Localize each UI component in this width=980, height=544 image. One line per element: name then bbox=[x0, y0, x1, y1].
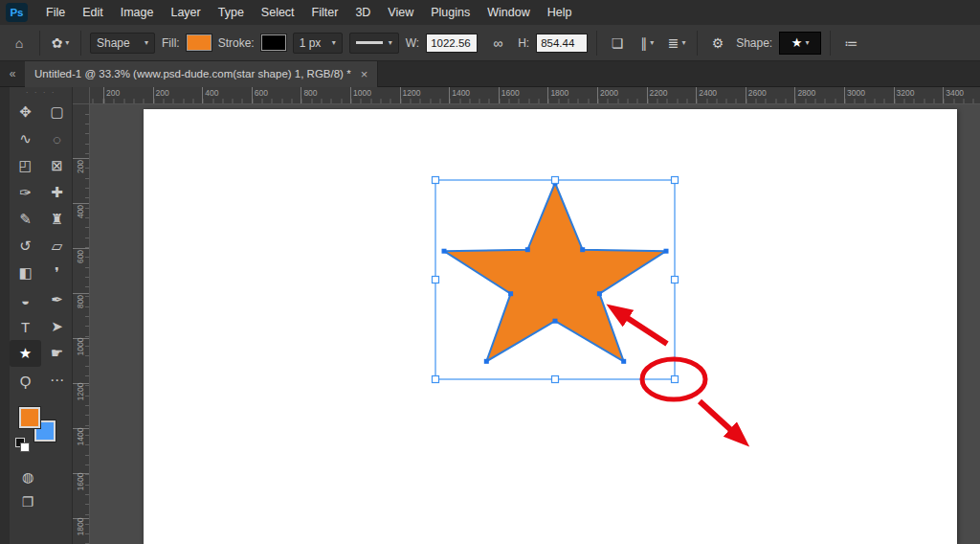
history-brush-tool[interactable]: ↺ bbox=[10, 233, 41, 260]
healing-brush-tool[interactable]: ✚ bbox=[41, 179, 73, 206]
brush-tool[interactable]: ✎ bbox=[10, 206, 41, 233]
custom-shape-tool[interactable]: ★ bbox=[10, 340, 41, 367]
menu-item-type[interactable]: Type bbox=[210, 0, 253, 25]
path-selection-tool[interactable]: ➤ bbox=[41, 313, 73, 340]
transform-handle[interactable] bbox=[433, 177, 439, 184]
path-operations-button[interactable]: ❏ bbox=[606, 31, 629, 56]
link-dimensions-icon[interactable]: ∞ bbox=[484, 31, 511, 56]
path-alignment-icon: ∥ bbox=[640, 35, 647, 51]
solid-line-icon bbox=[356, 41, 383, 44]
close-icon[interactable]: × bbox=[361, 67, 368, 81]
hand-tool[interactable]: ☛ bbox=[41, 340, 73, 367]
clone-stamp-tool[interactable]: ♜ bbox=[41, 206, 73, 233]
left-gutter bbox=[0, 87, 10, 544]
ruler-h-label: 200 bbox=[103, 87, 120, 103]
gear-icon[interactable]: ⚙ bbox=[706, 31, 729, 56]
anchor-point[interactable] bbox=[484, 359, 489, 364]
menu-item-view[interactable]: View bbox=[379, 0, 422, 25]
type-tool[interactable]: T bbox=[10, 313, 41, 340]
collapse-panels-icon[interactable]: « bbox=[0, 66, 25, 81]
dodge-tool[interactable]: ◒ bbox=[10, 286, 41, 313]
height-input[interactable] bbox=[536, 34, 588, 53]
pen-tool[interactable]: ✒ bbox=[41, 286, 73, 313]
screen-mode-button[interactable]: ❐ bbox=[13, 489, 42, 514]
anchor-point[interactable] bbox=[442, 249, 447, 254]
content-area: ∙ ∙ ∙ ∙ ✥▢∿◌◰⊠✑✚✎♜↺▱◧❜◒✒T➤★☛Ϙ⋯ ◍❐ 200200… bbox=[0, 87, 980, 544]
crop-tool[interactable]: ◰ bbox=[10, 152, 41, 179]
lasso-tool[interactable]: ∿ bbox=[10, 125, 41, 152]
path-arrangement-button[interactable]: ≣ ▾ bbox=[665, 31, 688, 56]
menu-item-image[interactable]: Image bbox=[112, 0, 163, 25]
shape-picker-button[interactable]: ★ ▾ bbox=[779, 32, 821, 55]
quick-mask-button[interactable]: ◍ bbox=[13, 465, 42, 489]
anchor-point[interactable] bbox=[553, 319, 558, 324]
annotation-arrow-down-right bbox=[700, 401, 732, 431]
current-tool-button[interactable]: ✿ ▾ bbox=[49, 31, 72, 56]
tool-mode-select[interactable]: Shape ▾ bbox=[90, 33, 155, 54]
ruler-h-label: 2000 bbox=[597, 87, 618, 103]
fill-color-swatch[interactable] bbox=[187, 34, 212, 51]
anchor-point[interactable] bbox=[597, 291, 602, 296]
eraser-tool[interactable]: ▱ bbox=[41, 233, 73, 260]
toolbar-grip[interactable]: ∙ ∙ ∙ ∙ bbox=[10, 87, 72, 99]
zoom-tool[interactable]: Ϙ bbox=[10, 367, 41, 394]
transform-handle[interactable] bbox=[433, 376, 439, 383]
transform-handle[interactable] bbox=[672, 376, 679, 383]
path-alignment-button[interactable]: ∥ ▾ bbox=[635, 31, 658, 56]
align-edges-button[interactable]: ≔ bbox=[839, 31, 862, 56]
ruler-h-label: 400 bbox=[202, 87, 218, 103]
menu-item-3d[interactable]: 3D bbox=[346, 0, 379, 25]
color-swatches bbox=[15, 407, 69, 453]
stroke-color-swatch[interactable] bbox=[261, 34, 286, 51]
pasteboard bbox=[90, 104, 980, 544]
divider bbox=[39, 31, 40, 56]
move-tool[interactable]: ✥ bbox=[10, 99, 41, 125]
menu-item-layer[interactable]: Layer bbox=[162, 0, 209, 25]
tool-mode-value: Shape bbox=[97, 36, 130, 50]
toolbar-bottom: ◍❐ bbox=[13, 465, 72, 514]
home-icon[interactable]: ⌂ bbox=[8, 31, 31, 56]
menu-item-select[interactable]: Select bbox=[253, 0, 303, 25]
anchor-point[interactable] bbox=[580, 247, 585, 252]
anchor-point[interactable] bbox=[621, 359, 626, 364]
ruler-vertical[interactable]: 20040060080010001200140016001800 bbox=[73, 104, 90, 544]
toolbar-panel: ∙ ∙ ∙ ∙ ✥▢∿◌◰⊠✑✚✎♜↺▱◧❜◒✒T➤★☛Ϙ⋯ ◍❐ bbox=[10, 87, 73, 544]
object-selection-tool[interactable]: ◌ bbox=[41, 125, 73, 152]
menu-item-edit[interactable]: Edit bbox=[74, 0, 112, 25]
path-arrangement-icon: ≣ bbox=[668, 35, 679, 51]
anchor-point[interactable] bbox=[664, 249, 669, 254]
chevron-down-icon: ▾ bbox=[682, 38, 686, 47]
ruler-horizontal[interactable]: 2002004006008001000120014001600180020002… bbox=[90, 87, 980, 104]
transform-handle[interactable] bbox=[552, 376, 559, 383]
document-tab[interactable]: Untitled-1 @ 33.3% (www.psd-dude.com(sta… bbox=[25, 61, 378, 87]
shape-label: Shape: bbox=[736, 36, 772, 50]
menu-item-file[interactable]: File bbox=[37, 0, 74, 25]
edit-toolbar-button[interactable]: ⋯ bbox=[41, 367, 73, 394]
star-shape[interactable] bbox=[444, 183, 666, 361]
menu-bar: Ps FileEditImageLayerTypeSelectFilter3DV… bbox=[0, 0, 980, 25]
menu-item-help[interactable]: Help bbox=[539, 0, 581, 25]
transform-handle[interactable] bbox=[672, 277, 679, 283]
default-colors-icon[interactable] bbox=[15, 438, 29, 450]
gradient-tool[interactable]: ◧ bbox=[10, 260, 41, 286]
anchor-point[interactable] bbox=[508, 291, 513, 296]
transform-handle[interactable] bbox=[672, 177, 679, 184]
menu-item-plugins[interactable]: Plugins bbox=[422, 0, 479, 25]
stroke-width-select[interactable]: 1 px ▾ bbox=[293, 33, 343, 54]
width-label: W: bbox=[406, 36, 419, 50]
menu-item-window[interactable]: Window bbox=[479, 0, 538, 25]
ruler-v-label: 1000 bbox=[76, 337, 85, 356]
eyedropper-tool[interactable]: ✑ bbox=[10, 179, 41, 206]
options-bar: ⌂ ✿ ▾ Shape ▾ Fill: Stroke: 1 px ▾ ▾ W: … bbox=[0, 25, 980, 61]
stroke-style-select[interactable]: ▾ bbox=[349, 33, 399, 54]
foreground-color-swatch[interactable] bbox=[19, 407, 40, 428]
transform-handle[interactable] bbox=[433, 277, 439, 283]
blur-tool[interactable]: ❜ bbox=[41, 260, 73, 286]
photoshop-logo-icon: Ps bbox=[6, 3, 28, 22]
frame-tool[interactable]: ⊠ bbox=[41, 152, 73, 179]
transform-handle[interactable] bbox=[552, 177, 559, 184]
menu-item-filter[interactable]: Filter bbox=[303, 0, 347, 25]
rectangular-marquee-tool[interactable]: ▢ bbox=[41, 99, 73, 125]
anchor-point[interactable] bbox=[525, 247, 530, 252]
width-input[interactable] bbox=[426, 34, 478, 53]
